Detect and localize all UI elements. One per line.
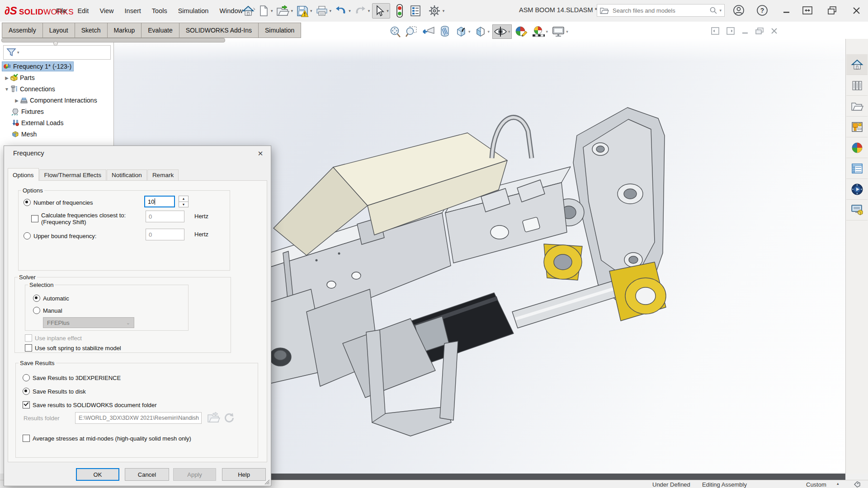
tree-item-connections[interactable]: ▼ Connections — [4, 84, 55, 94]
section-view-button[interactable] — [438, 24, 452, 39]
dropdown-caret[interactable]: ▾ — [349, 9, 351, 13]
radio-icon[interactable] — [23, 374, 30, 381]
dropdown-caret[interactable]: ▾ — [719, 8, 722, 13]
help-button[interactable]: ? — [756, 4, 769, 17]
display-style-button[interactable]: ▾ — [473, 24, 491, 39]
doc-close-icon[interactable] — [771, 28, 778, 34]
dialog-tab-options[interactable]: Options — [8, 168, 39, 181]
dropdown-caret[interactable]: ▾ — [488, 29, 490, 34]
taskpane-home-tab[interactable] — [846, 54, 868, 75]
previous-view-button[interactable] — [420, 24, 436, 39]
tab-simulation[interactable]: Simulation — [259, 23, 301, 38]
design-checker-button[interactable] — [408, 4, 423, 18]
taskpane-design-library-tab[interactable] — [846, 75, 868, 96]
save-button[interactable]: ▾ — [295, 4, 313, 18]
dropdown-caret[interactable]: ▾ — [566, 29, 568, 34]
interference-check-button[interactable] — [395, 3, 404, 19]
number-of-frequencies-radio[interactable]: Number of frequencies — [24, 199, 93, 206]
tree-item-parts[interactable]: ▶ Parts — [4, 73, 35, 83]
hide-show-items-button[interactable]: ▾ — [492, 24, 512, 39]
frequency-spinner[interactable]: ▲▼ — [179, 196, 189, 207]
tab-layout[interactable]: Layout — [43, 23, 75, 38]
taskpane-file-explorer-tab[interactable] — [846, 96, 868, 117]
save-to-3dexperience-radio[interactable]: Save Results to 3DEXPERIENCE — [23, 374, 121, 381]
dropdown-caret[interactable]: ▾ — [330, 9, 332, 13]
radio-icon[interactable] — [33, 307, 40, 314]
zoom-to-area-button[interactable] — [404, 24, 419, 39]
taskpane-custom-properties-tab[interactable] — [846, 158, 868, 179]
menu-tools[interactable]: Tools — [146, 0, 173, 22]
dialog-tab-remark[interactable]: Remark — [147, 169, 179, 181]
menu-view[interactable]: View — [94, 0, 119, 22]
expand-arrow-icon[interactable]: ▶ — [14, 98, 20, 103]
collapse-left-pane-icon[interactable] — [711, 27, 719, 35]
close-button[interactable] — [848, 3, 864, 18]
dialog-tab-notification[interactable]: Notification — [107, 169, 147, 181]
radio-icon[interactable] — [23, 388, 30, 395]
taskpane-appearances-tab[interactable] — [846, 137, 868, 158]
panel-splitter-bar[interactable] — [1, 38, 225, 42]
collapse-right-pane-icon[interactable] — [726, 27, 735, 35]
soft-spring-checkbox[interactable]: Use soft spring to stabilize model — [25, 344, 121, 352]
view-settings-button[interactable]: ▾ — [551, 25, 569, 38]
checkbox-icon[interactable] — [31, 215, 38, 222]
solver-automatic-radio[interactable]: Automatic — [33, 295, 69, 302]
print-button[interactable]: ▾ — [315, 4, 333, 18]
dialog-resize-grip[interactable] — [264, 479, 270, 485]
unit-system-caret-icon[interactable]: ▴ — [837, 481, 839, 486]
search-input[interactable] — [612, 7, 709, 14]
tree-filter[interactable]: ▾ — [3, 45, 111, 60]
checkbox-icon[interactable] — [23, 401, 30, 408]
dropdown-caret[interactable]: ▾ — [468, 29, 471, 34]
menu-insert[interactable]: Insert — [119, 0, 146, 22]
search-icon[interactable] — [709, 6, 717, 14]
frequency-shift-checkbox[interactable]: Calculate frequencies closest to: (Frequ… — [31, 212, 126, 225]
solver-manual-radio[interactable]: Manual — [33, 307, 62, 314]
minimize-button[interactable] — [778, 3, 795, 18]
doc-restore-icon[interactable] — [755, 28, 764, 35]
login-button[interactable] — [732, 4, 745, 17]
tree-item-frequency-study[interactable]: Frequency 1* (-123-) — [2, 61, 73, 71]
view-orientation-button[interactable]: ▾ — [454, 24, 472, 39]
ok-button[interactable]: OK — [76, 468, 119, 481]
menu-file[interactable]: File — [51, 0, 72, 22]
menu-simulation[interactable]: Simulation — [173, 0, 214, 22]
tree-item-mesh[interactable]: Mesh — [11, 129, 37, 139]
zoom-to-fit-button[interactable] — [388, 24, 402, 39]
select-tool-button[interactable]: ▾ — [372, 3, 390, 19]
tab-solidworks-add-ins[interactable]: SOLIDWORKS Add-Ins — [179, 23, 259, 38]
upper-bound-frequency-radio[interactable]: Upper bound frequency: — [24, 232, 96, 239]
edit-appearance-button[interactable] — [514, 24, 529, 39]
search-bar[interactable]: ▾ — [597, 4, 725, 17]
radio-icon[interactable] — [24, 232, 31, 239]
upper-bound-input[interactable]: 0 — [146, 229, 184, 240]
dropdown-caret[interactable]: ▾ — [310, 9, 312, 13]
tab-evaluate[interactable]: Evaluate — [142, 23, 179, 38]
save-to-sw-folder-checkbox[interactable]: Save results to SOLIDWORKS document fold… — [23, 401, 157, 408]
tab-sketch[interactable]: Sketch — [75, 23, 108, 38]
taskpane-view-palette-tab[interactable] — [846, 117, 868, 137]
radio-icon[interactable] — [24, 199, 31, 206]
checkbox-icon[interactable] — [23, 435, 30, 442]
doc-minimize-icon[interactable] — [742, 28, 748, 34]
average-stresses-checkbox[interactable]: Average stresses at mid-nodes (high-qual… — [23, 435, 191, 442]
home-button[interactable] — [241, 4, 255, 18]
restore-button[interactable] — [824, 3, 840, 18]
taskpane-3dexperience-tab[interactable] — [846, 179, 868, 200]
tab-markup[interactable]: Markup — [108, 23, 142, 38]
tree-item-fixtures[interactable]: Fixtures — [11, 107, 44, 117]
radio-icon[interactable] — [33, 295, 40, 302]
dialog-tab-flow-thermal[interactable]: Flow/Thermal Effects — [39, 169, 107, 181]
number-of-frequencies-input[interactable]: 10 — [144, 196, 175, 207]
status-unit-system[interactable]: Custom — [806, 481, 826, 488]
new-document-button[interactable]: ▾ — [257, 4, 274, 18]
dropdown-caret[interactable]: ▾ — [271, 9, 273, 13]
tag-icon[interactable] — [854, 481, 861, 488]
dropdown-caret[interactable]: ▾ — [508, 29, 510, 34]
help-button[interactable]: Help — [222, 468, 266, 481]
dropdown-caret[interactable]: ▾ — [546, 29, 548, 34]
dialog-title-bar[interactable]: Frequency ✕ — [4, 146, 271, 161]
dropdown-caret[interactable]: ▾ — [443, 9, 445, 13]
spinner-down-icon[interactable]: ▼ — [179, 202, 188, 207]
menu-edit[interactable]: Edit — [72, 0, 94, 22]
